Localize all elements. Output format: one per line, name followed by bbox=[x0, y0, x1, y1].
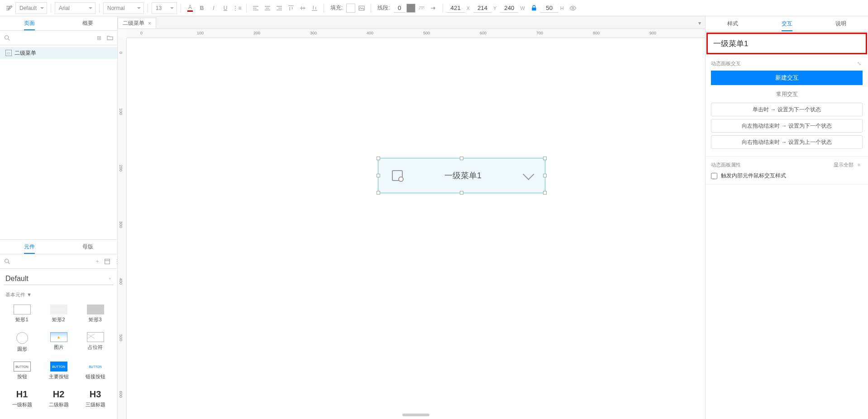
line-color-swatch[interactable] bbox=[406, 4, 415, 13]
w-input[interactable] bbox=[500, 4, 518, 13]
interaction-preset-button[interactable]: 向左拖动结束时 → 设置为下一个状态 bbox=[711, 119, 863, 133]
widget-item[interactable]: 占位符 bbox=[77, 329, 114, 356]
library-options-icon[interactable] bbox=[104, 258, 111, 265]
ruler-tick: 400 bbox=[367, 31, 373, 35]
widget-item[interactable]: H3三级标题 bbox=[77, 386, 114, 412]
y-label: Y bbox=[493, 5, 496, 11]
search-icon[interactable] bbox=[4, 34, 11, 42]
vertical-ruler[interactable]: 0100200300400500600 bbox=[118, 38, 127, 419]
add-folder-icon[interactable] bbox=[106, 34, 114, 42]
widget-item[interactable]: 矩形1 bbox=[4, 301, 40, 327]
widget-text: 一级菜单1 bbox=[416, 170, 510, 181]
scrollbar-handle[interactable] bbox=[402, 414, 429, 416]
menu-icon[interactable]: ≡ bbox=[855, 161, 863, 168]
widget-item[interactable]: BUTTON链接按钮 bbox=[77, 358, 114, 384]
resize-handle[interactable] bbox=[377, 191, 380, 195]
page-tree-item[interactable]: ▭ 二级菜单 bbox=[0, 47, 117, 59]
resize-handle[interactable] bbox=[460, 191, 463, 195]
pages-search-input[interactable] bbox=[14, 34, 92, 41]
tab-style[interactable]: 样式 bbox=[706, 16, 760, 31]
align-left-button[interactable] bbox=[250, 3, 261, 14]
widget-item[interactable]: H1一级标题 bbox=[4, 386, 40, 412]
tab-notes[interactable]: 说明 bbox=[814, 16, 868, 31]
canvas-area: 二级菜单 × ▾ 0100200300400500600700800900100… bbox=[118, 16, 705, 419]
ruler-tick: 100 bbox=[197, 31, 204, 35]
widgets-search-input[interactable] bbox=[14, 258, 91, 265]
ruler-tick: 700 bbox=[536, 31, 543, 35]
library-section-label[interactable]: 基本元件 ▼ bbox=[0, 291, 117, 298]
ruler-tick: 800 bbox=[593, 31, 600, 35]
tab-masters[interactable]: 母版 bbox=[59, 240, 118, 254]
italic-button[interactable]: I bbox=[208, 3, 219, 14]
page-tabs-menu-icon[interactable]: ▾ bbox=[694, 18, 705, 29]
expand-icon[interactable]: ⤡ bbox=[855, 60, 863, 67]
align-center-button[interactable] bbox=[262, 3, 273, 14]
line-style-button[interactable] bbox=[416, 3, 427, 14]
resize-handle[interactable] bbox=[377, 157, 380, 160]
tab-widgets[interactable]: 元件 bbox=[0, 240, 59, 254]
x-input[interactable] bbox=[447, 4, 465, 13]
widget-item[interactable]: 圆形 bbox=[4, 329, 40, 356]
underline-button[interactable]: U bbox=[220, 3, 231, 14]
resize-handle[interactable] bbox=[460, 157, 463, 160]
edit-style-icon[interactable] bbox=[4, 3, 14, 14]
checkbox-input[interactable] bbox=[711, 173, 717, 179]
tab-interactions[interactable]: 交互 bbox=[760, 16, 814, 31]
tab-outline[interactable]: 概要 bbox=[59, 16, 118, 30]
align-right-button[interactable] bbox=[274, 3, 285, 14]
widget-item[interactable]: H2二级标题 bbox=[40, 386, 77, 412]
text-color-button[interactable]: A bbox=[185, 3, 196, 14]
widget-item[interactable]: BUTTON按钮 bbox=[4, 358, 40, 384]
paragraph-dropdown[interactable]: Normal bbox=[103, 2, 144, 14]
font-dropdown[interactable]: Arial bbox=[55, 2, 95, 14]
library-dropdown[interactable]: Default bbox=[4, 272, 114, 285]
y-input[interactable] bbox=[473, 4, 491, 13]
resize-handle[interactable] bbox=[543, 174, 547, 177]
page-tab[interactable]: 二级菜单 × bbox=[118, 18, 156, 29]
more-icon[interactable]: ⋮ bbox=[114, 258, 117, 265]
horizontal-ruler[interactable]: 0100200300400500600700800900100011001200 bbox=[127, 29, 705, 38]
ruler-tick: 600 bbox=[480, 31, 486, 35]
style-preset-dropdown[interactable]: Default bbox=[15, 2, 47, 14]
fill-color-swatch[interactable] bbox=[346, 4, 355, 13]
page-tree-label: 二级菜单 bbox=[14, 49, 36, 57]
resize-handle[interactable] bbox=[543, 157, 547, 160]
ruler-tick: 200 bbox=[119, 165, 123, 171]
trigger-hover-checkbox[interactable]: 触发内部元件鼠标交互样式 bbox=[711, 172, 863, 180]
resize-handle[interactable] bbox=[543, 191, 547, 195]
tab-pages[interactable]: 页面 bbox=[0, 16, 59, 30]
interaction-preset-button[interactable]: 向右拖动结束时 → 设置为上一个状态 bbox=[711, 135, 863, 149]
visibility-icon[interactable] bbox=[568, 3, 578, 14]
widget-item[interactable]: ▲图片 bbox=[40, 329, 77, 356]
bold-button[interactable]: B bbox=[196, 3, 207, 14]
close-tab-icon[interactable]: × bbox=[148, 20, 151, 27]
search-icon[interactable] bbox=[4, 258, 11, 265]
new-interaction-button[interactable]: 新建交互 bbox=[711, 71, 863, 85]
fill-image-button[interactable] bbox=[356, 3, 367, 14]
canvas[interactable]: 一级菜单1 bbox=[127, 38, 705, 419]
interaction-preset-button[interactable]: 单击时 → 设置为下一个状态 bbox=[711, 103, 863, 116]
resize-handle[interactable] bbox=[377, 174, 380, 177]
show-all-link[interactable]: 显示全部 bbox=[834, 162, 854, 168]
calendar-icon bbox=[392, 170, 403, 181]
widget-item[interactable]: BUTTON主要按钮 bbox=[40, 358, 77, 384]
more-text-button[interactable]: ⋮≡ bbox=[232, 3, 243, 14]
svg-point-3 bbox=[5, 259, 9, 262]
svg-point-2 bbox=[5, 35, 9, 39]
element-name-field[interactable]: 一级菜单1 bbox=[706, 33, 867, 54]
ruler-tick: 400 bbox=[119, 278, 123, 285]
line-width-input[interactable] bbox=[394, 4, 405, 13]
line-arrow-button[interactable] bbox=[428, 3, 439, 14]
ruler-tick: 900 bbox=[649, 31, 656, 35]
align-top-button[interactable] bbox=[286, 3, 296, 14]
fontsize-dropdown[interactable]: 13 bbox=[152, 2, 177, 14]
lock-aspect-icon[interactable] bbox=[529, 3, 539, 14]
align-bottom-button[interactable] bbox=[309, 3, 320, 14]
widget-item[interactable]: 矩形3 bbox=[77, 301, 114, 327]
add-page-icon[interactable]: ⊞ bbox=[95, 34, 103, 42]
widget-item[interactable]: 矩形2 bbox=[40, 301, 77, 327]
h-input[interactable] bbox=[540, 4, 558, 13]
selected-dynamic-panel[interactable]: 一级菜单1 bbox=[378, 158, 545, 193]
align-middle-button[interactable] bbox=[297, 3, 308, 14]
add-library-icon[interactable]: ＋ bbox=[95, 258, 100, 265]
